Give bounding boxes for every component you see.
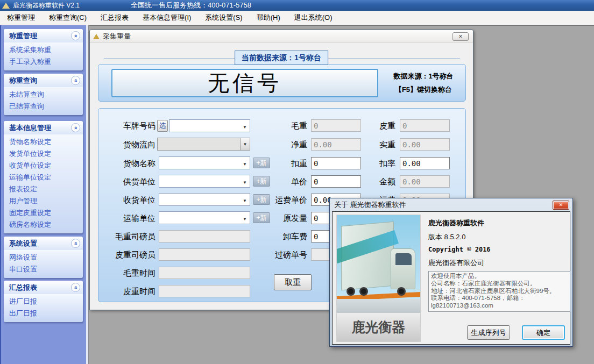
tare-operator-input[interactable] [159, 248, 250, 261]
menu-system-settings[interactable]: 系统设置(S) [198, 11, 249, 25]
sidebar-item-user-management[interactable]: 用户管理 [4, 195, 83, 207]
tare-weight-input[interactable] [400, 119, 450, 132]
dialog-titlebar[interactable]: 关于 鹿光衡器称重软件 [332, 198, 570, 211]
sidebar-section-reports: 汇总报表 进厂日报 出厂日报 [4, 281, 83, 322]
transporter-label: 运输单位 [104, 212, 155, 225]
chevron-down-icon [243, 158, 250, 168]
collapse-up-icon[interactable] [71, 31, 80, 40]
collapse-up-icon[interactable] [71, 283, 80, 292]
sidebar-item-unsettled-query[interactable]: 未结算查询 [4, 89, 83, 101]
sidebar-section-system: 系统设置 网络设置 串口设置 [4, 237, 83, 278]
wheel-shape [397, 287, 406, 296]
section-title: 基本信息管理 [9, 123, 51, 133]
gross-operator-input[interactable] [159, 230, 250, 242]
transporter-combo[interactable] [159, 211, 250, 224]
window-title: 采集重量 [103, 32, 131, 41]
truck-cab-shape [391, 248, 415, 289]
original-qty-label: 原发量 [259, 212, 307, 225]
ok-button[interactable]: 确定 [522, 325, 565, 340]
menu-weighing[interactable]: 称重管理 [0, 11, 42, 25]
sidebar-item-network-settings[interactable]: 网络设置 [4, 252, 83, 263]
info-line: 公司名称：石家庄鹿光衡器有限公司。 [431, 280, 568, 288]
weight-display-panel: 无信号 数据来源：1号称台 【F5】键切换称台 [98, 64, 466, 102]
plate-number-label: 车牌号码 [104, 119, 155, 132]
sidebar-item-transport-unit[interactable]: 运输单位设定 [4, 172, 83, 183]
version-text: 版本 8.5.2.0 [428, 232, 465, 242]
sidebar-section-query: 称重查询 未结算查询 已结算查询 [4, 74, 83, 115]
plate-number-combo[interactable] [169, 119, 250, 132]
gross-operator-label: 毛重司磅员 [104, 230, 155, 243]
unit-price-label: 单价 [259, 175, 307, 188]
info-line: 联系电话：400-071-5758，邮箱： [431, 295, 568, 302]
window-titlebar[interactable]: 采集重量 [90, 30, 473, 43]
take-weight-button[interactable]: 取重 [274, 274, 312, 290]
dialog-title: 关于 鹿光衡器称重软件 [334, 200, 406, 210]
sidebar-item-scale-house-name[interactable]: 磅房名称设定 [4, 219, 83, 231]
actual-weight-label: 实重 [347, 138, 395, 151]
collapse-up-icon[interactable] [71, 123, 80, 132]
collapse-up-icon[interactable] [71, 76, 80, 85]
goods-name-combo[interactable] [159, 156, 250, 169]
tare-time-input[interactable] [159, 285, 250, 297]
supplier-label: 供货单位 [104, 175, 155, 188]
sidebar-item-receiver-unit[interactable]: 收货单位设定 [4, 160, 83, 172]
sidebar-item-sender-unit[interactable]: 发货单位设定 [4, 148, 83, 160]
menu-basic-info[interactable]: 基本信息管理(I) [136, 11, 198, 25]
pick-plate-button[interactable]: 选 [157, 120, 168, 132]
gross-time-input[interactable] [159, 267, 250, 279]
sidebar-item-inbound-daily[interactable]: 进厂日报 [4, 296, 83, 308]
net-weight-label: 净重 [259, 138, 307, 151]
section-title: 称重查询 [9, 76, 37, 85]
sidebar-item-manual-entry[interactable]: 手工录入称重 [4, 56, 83, 68]
receiver-combo[interactable] [159, 193, 250, 206]
gross-time-label: 毛重时间 [104, 267, 155, 280]
sidebar-section-basic-info: 基本信息管理 货物名称设定 发货单位设定 收货单位设定 运输单位设定 报表设定 … [4, 121, 83, 233]
menu-help[interactable]: 帮助(H) [250, 11, 287, 25]
close-icon[interactable] [553, 201, 569, 210]
sidebar-item-goods-name[interactable]: 货物名称设定 [4, 136, 83, 148]
hotline-text: 全国统一售后服务热线：400-071-5758 [131, 1, 251, 10]
receiver-label: 收货单位 [104, 194, 155, 206]
gross-weight-label: 毛重 [259, 119, 307, 132]
tare-operator-label: 皮重司磅员 [104, 248, 155, 261]
app-screen: 鹿光衡器称重软件 V2.1 全国统一售后服务热线：400-071-5758 称重… [0, 0, 594, 364]
goods-flow-label: 货物流向 [104, 138, 155, 151]
chevron-down-icon [243, 213, 250, 223]
company-info-box: 欢迎使用本产品。 公司名称：石家庄鹿光衡器有限公司。 地址：河北省石家庄鹿泉区石… [428, 271, 570, 312]
sidebar-item-report-setting[interactable]: 报表设定 [4, 183, 83, 195]
chevron-down-icon [243, 121, 250, 131]
window-logo-icon [93, 34, 100, 39]
sidebar-splitter[interactable] [86, 25, 89, 364]
deduct-weight-label: 扣重 [259, 157, 307, 170]
sidebar-item-fixed-tare[interactable]: 固定皮重设定 [4, 207, 83, 219]
truck-windshield-shape [395, 253, 412, 265]
deduct-rate-input[interactable] [400, 157, 450, 169]
info-line: 地址：河北省石家庄鹿泉区石柏北大街99号。 [431, 288, 568, 295]
info-line: lg82100713@163.com [431, 302, 568, 310]
current-source-label: 当前数据来源：1号称台 [235, 51, 328, 65]
source-info: 数据来源：1号称台 【F5】键切换称台 [383, 69, 464, 96]
menu-summary-report[interactable]: 汇总报表 [94, 11, 136, 25]
sidebar-item-serial-settings[interactable]: 串口设置 [4, 263, 83, 275]
sidebar-item-outbound-daily[interactable]: 出厂日报 [4, 308, 83, 319]
weight-display: 无信号 [111, 69, 378, 97]
deduct-rate-label: 扣率 [347, 157, 395, 170]
collapse-up-icon[interactable] [71, 239, 80, 248]
amount-input[interactable] [400, 175, 450, 188]
app-logo-icon [2, 3, 10, 9]
about-dialog: 关于 鹿光衡器称重软件 鹿光衡器 鹿光衡器称重软 [329, 198, 573, 347]
supplier-combo[interactable] [159, 175, 250, 188]
app-titlebar: 鹿光衡器称重软件 V2.1 全国统一售后服务热线：400-071-5758 [0, 0, 594, 11]
goods-flow-combo[interactable] [157, 138, 250, 151]
menu-exit[interactable]: 退出系统(O) [287, 11, 340, 25]
wheel-shape [359, 287, 368, 296]
generate-serial-button[interactable]: 生成序列号 [467, 325, 510, 340]
sidebar-item-system-collect[interactable]: 系统采集称重 [4, 44, 83, 56]
close-icon[interactable] [452, 32, 469, 41]
chevron-down-icon [240, 138, 250, 150]
chevron-down-icon [243, 195, 250, 204]
sidebar-item-settled-query[interactable]: 已结算查询 [4, 101, 83, 112]
actual-weight-input[interactable] [400, 138, 450, 151]
tare-time-label: 皮重时间 [104, 285, 155, 298]
menu-weigh-query[interactable]: 称重查询(C) [42, 11, 94, 25]
